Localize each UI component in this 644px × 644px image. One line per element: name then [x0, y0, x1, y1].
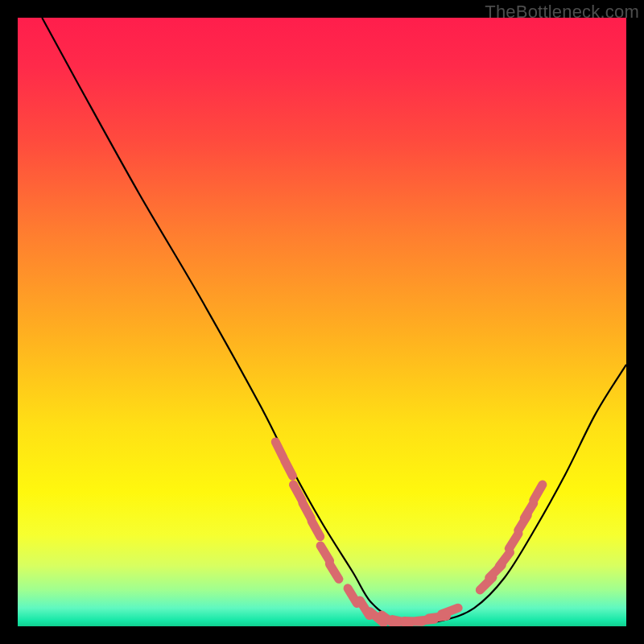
curve-marker	[284, 460, 292, 477]
curve-marker	[442, 608, 459, 614]
curve-marker	[509, 534, 518, 549]
curve-marker	[303, 503, 312, 518]
curve-marker	[499, 552, 510, 567]
watermark-text: TheBottleneck.com	[485, 2, 639, 23]
curve-marker	[534, 485, 543, 500]
curve-markers-group	[275, 442, 543, 625]
curve-marker	[320, 546, 329, 561]
bottleneck-curve	[42, 18, 626, 623]
curve-marker	[524, 503, 534, 518]
curve-marker	[312, 521, 320, 536]
curve-marker	[329, 564, 339, 580]
chart-svg-layer	[18, 18, 626, 626]
curve-marker	[275, 442, 283, 458]
